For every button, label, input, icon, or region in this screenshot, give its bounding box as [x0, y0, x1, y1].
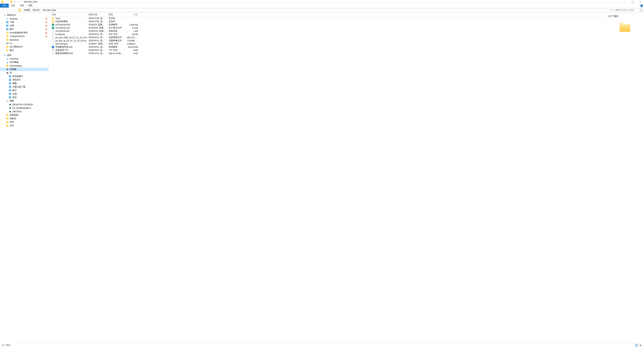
properties-icon[interactable]: ✓ [7, 1, 9, 3]
file-row[interactable]: 光盘说明.TXT2016/10/23, 星期日 0...TXT 文件5 KB [49, 49, 606, 52]
sidebar-item[interactable]: win7重装win7 [0, 45, 48, 49]
window-title: Win7x64_2020 [23, 1, 37, 3]
column-date[interactable]: 修改日期 [87, 13, 107, 16]
file-icon [52, 42, 54, 45]
sidebar-item[interactable]: 软件 [0, 120, 48, 124]
ribbon-tabs: 文件 主页共享查看 ⌄ ? [0, 4, 644, 8]
sidebar-item[interactable]: 视频 [0, 82, 48, 85]
file-icon [52, 20, 54, 23]
sidebar-item[interactable]: Bandicam [0, 38, 48, 41]
status-bar: 12 个项目 ☰ ▦ [0, 343, 644, 347]
separator [21, 1, 21, 3]
file-row[interactable]: pe_yqs_xp_20_07_31_15_53.iso2020/10/12, … [49, 39, 606, 42]
file-row[interactable]: U盘安装教程2020/12/25, 星期五 1...文件夹 [49, 20, 606, 23]
sidebar-item[interactable]: 文档📌 [0, 24, 48, 27]
status-text: 12 个项目 [2, 344, 10, 347]
sidebar-item[interactable]: 天翼云盘下载 [0, 85, 48, 89]
tab-0[interactable]: 主页 [9, 4, 18, 7]
file-icon [52, 27, 54, 29]
sidebar-item[interactable]: 本机照片 [0, 78, 48, 82]
folder-preview-icon [620, 23, 630, 31]
view-icons-button[interactable]: ▦ [639, 344, 642, 347]
new-folder-icon[interactable] [10, 1, 12, 3]
chevron-right-icon[interactable]: › [41, 9, 42, 11]
tab-2[interactable]: 查看 [26, 4, 35, 7]
sidebar-item[interactable]: 📚库 [0, 71, 48, 75]
sidebar-item[interactable]: 图片📌 [0, 27, 48, 31]
file-row[interactable]: 硬盘安装教程.html2016/11/21, 星期一 2...360 se HT… [49, 52, 606, 55]
sidebar-desktop-root[interactable]: 🖥 桌面 [0, 53, 48, 57]
chevron-right-icon[interactable]: › [22, 9, 23, 11]
sidebar-item[interactable]: 下载📌 [0, 20, 48, 24]
column-headers: 名称▴ 修改日期 类型 大小 [49, 13, 606, 17]
file-icon [52, 49, 54, 52]
sidebar-item[interactable]: 图片 [0, 89, 48, 92]
breadcrumb-item[interactable]: Win7x64_2020 [42, 8, 57, 12]
nav-back-button[interactable]: ← [1, 8, 5, 12]
minimize-button[interactable]: ─ [621, 0, 628, 4]
maximize-button[interactable]: ▢ [628, 0, 636, 4]
sidebar-quick-access[interactable]: ★ 快速访问 [0, 13, 48, 17]
customize-icon[interactable]: ▾ [17, 1, 19, 3]
sidebar-item[interactable]: 💻此电脑 [0, 67, 48, 71]
sidebar-item[interactable]: 🖥Desktop📌 [0, 17, 48, 20]
help-icon[interactable]: ? [640, 4, 643, 7]
separator [5, 1, 5, 3]
tab-file[interactable]: 文件 [0, 4, 9, 7]
sidebar-item[interactable]: 图片 [0, 49, 48, 52]
search-placeholder: 搜索"Win7x64_2020" [615, 9, 640, 11]
sidebar-item[interactable]: 文档 [0, 92, 48, 96]
network-icon: 🖧 [6, 100, 9, 102]
desktop-icon: 🖥 [3, 54, 6, 57]
close-button[interactable]: ✕ [636, 0, 644, 4]
sidebar-item[interactable]: 💻ZMT2019 [0, 110, 48, 113]
ribbon-expand-icon[interactable]: ⌄ [638, 5, 639, 6]
sidebar-item[interactable]: ☁WPS网盘 [0, 60, 48, 64]
sidebar-item[interactable]: G:\ [0, 41, 48, 45]
nav-up-button[interactable]: ↑ [13, 8, 17, 12]
title-bar: ✓ ✕ ▾ Win7x64_2020 ─ ▢ ✕ [0, 0, 644, 4]
sidebar-network[interactable]: 🖧 网络 [0, 99, 48, 103]
view-details-button[interactable]: ☰ [634, 344, 638, 347]
search-icon: 🔍 [640, 9, 642, 11]
sidebar-item[interactable]: Administrator [0, 64, 48, 67]
window-controls: ─ ▢ ✕ [621, 0, 644, 4]
sidebar-item[interactable]: 💻PC-20190530OBLA [0, 106, 48, 110]
column-name[interactable]: 名称▴ [49, 13, 87, 16]
file-row[interactable]: Win7x64.gho2019/9/7, 星期六 19:...GHO 文件2,9… [49, 42, 606, 45]
breadcrumb-item[interactable]: 文档 (E:) [32, 8, 41, 12]
file-row[interactable]: pe_yqs_1064_20_07_31_16_04.iso2020/10/12… [49, 36, 606, 39]
sidebar-item[interactable]: excel表格制作求和📌 [0, 31, 48, 34]
sidebar-item[interactable]: 保存的图片 [0, 75, 48, 78]
sidebar-item[interactable]: ☁OneDrive [0, 57, 48, 60]
file-row[interactable]: AUTORUN.INF2015/5/10, 星期日 02...安装信息1 KB [49, 29, 606, 33]
chevron-right-icon[interactable]: › [57, 9, 58, 11]
sidebar-item[interactable]: 回收站 [0, 117, 48, 120]
sidebar-item[interactable]: 音乐 [0, 96, 48, 99]
sidebar-item[interactable]: 控制面板 [0, 113, 48, 117]
nav-forward-button[interactable]: → [5, 8, 9, 12]
column-size[interactable]: 大小 [126, 13, 139, 16]
close-qat-icon[interactable]: ✕ [14, 1, 16, 3]
search-input[interactable]: 搜索"Win7x64_2020" 🔍 [614, 8, 643, 12]
file-row[interactable]: AUTORUN.ICO2015/5/10, 星期日 02...ICO 图片文件1… [49, 26, 606, 29]
sidebar-item[interactable]: YUNQISHI2019📌 [0, 34, 48, 38]
file-row[interactable]: AUTORUN.EXE2016/1/8, 星期五 04:...应用程序1,926… [49, 23, 606, 26]
file-icon [52, 36, 54, 39]
file-row[interactable]: 本地硬盘安装.exe2020/10/12, 星期一 1...应用程序28,315… [49, 45, 606, 49]
file-row[interactable]: Tools2020/12/25, 星期五 1...文件夹 [49, 17, 606, 20]
column-type[interactable]: 类型 [107, 13, 126, 16]
nav-recent-button[interactable]: ▾ [9, 8, 13, 12]
file-icon [52, 33, 54, 36]
sidebar-item[interactable]: 💻DESKTOP-LSSOEDP [0, 103, 48, 106]
quick-access-toolbar: ✓ ✕ ▾ [0, 1, 23, 3]
refresh-icon[interactable]: ↻ [611, 9, 612, 11]
file-row[interactable]: Config.dat2020/10/12, 星期一 1...DAT 文件36 K… [49, 33, 606, 36]
breadcrumb-item[interactable]: 此电脑 [23, 8, 30, 12]
tab-1[interactable]: 共享 [18, 4, 26, 7]
preview-pane: 12 个项目 [606, 13, 644, 343]
sidebar-item[interactable]: 文件 [0, 124, 48, 127]
dropdown-icon[interactable]: ⌄ [608, 9, 609, 11]
chevron-right-icon[interactable]: › [30, 9, 32, 11]
address-bar[interactable]: › 此电脑›文档 (E:)›Win7x64_2020› ⌄ ↻ [18, 8, 614, 12]
